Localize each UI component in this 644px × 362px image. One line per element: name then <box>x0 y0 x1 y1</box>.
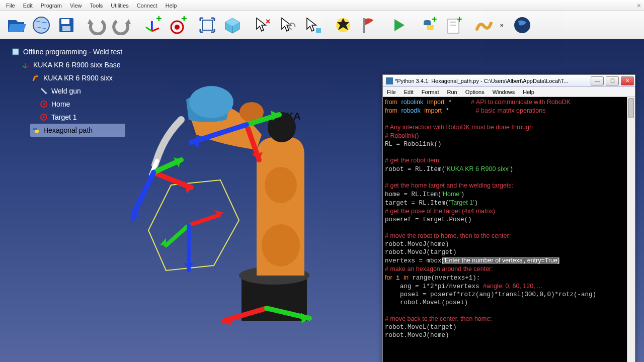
idle-title-text: *Python 3.4.1: Hexagonal_path.py - C:\Us… <box>395 78 568 84</box>
idle-window[interactable]: *Python 3.4.1: Hexagonal_path.py - C:\Us… <box>382 74 635 362</box>
worm-button[interactable] <box>472 13 496 37</box>
menu-connect[interactable]: Connect <box>133 2 162 10</box>
svg-rect-13 <box>316 28 321 33</box>
menu-help[interactable]: Help <box>162 2 181 10</box>
tree-item[interactable]: Home <box>38 98 125 111</box>
svg-point-36 <box>265 167 297 203</box>
tree-item-label: Home <box>51 100 70 108</box>
svg-text:×: × <box>266 17 270 26</box>
3d-viewport[interactable]: Offline programming - Weld test KUKA KR … <box>0 39 644 362</box>
svg-marker-60 <box>224 315 232 326</box>
idle-menu-edit[interactable]: Edit <box>400 88 418 96</box>
idle-maximize-button[interactable]: ☐ <box>606 76 619 85</box>
menu-utilities[interactable]: Utilities <box>107 2 132 10</box>
idle-menu-format[interactable]: Format <box>418 88 443 96</box>
collision-button[interactable] <box>331 13 355 37</box>
tree-item[interactable]: Weld gun <box>38 84 125 98</box>
tree-item-label: KUKA KR 6 R900 sixx <box>43 74 113 82</box>
tree-item[interactable]: KUKA KR 6 R900 sixx Base <box>20 58 125 71</box>
svg-point-9 <box>175 25 180 30</box>
tree-item-label: Target 1 <box>51 113 77 121</box>
svg-point-27 <box>45 92 47 94</box>
tree-item-label: Hexagonal path <box>43 126 93 134</box>
save-button[interactable] <box>54 13 78 37</box>
add-target-button[interactable]: + <box>165 13 189 37</box>
station-tree: Offline programming - Weld test KUKA KR … <box>10 45 125 137</box>
tree-item[interactable]: KUKA KR 6 R900 sixx <box>30 71 125 84</box>
svg-rect-63 <box>386 77 393 84</box>
open-button[interactable] <box>4 13 28 37</box>
svg-line-43 <box>166 225 189 245</box>
svg-point-35 <box>262 224 300 266</box>
idle-menu-help[interactable]: Help <box>519 88 538 96</box>
svg-point-29 <box>43 103 45 105</box>
select-frame-button[interactable] <box>301 13 325 37</box>
tree-root[interactable]: Offline programming - Weld test <box>10 45 125 58</box>
target-icon <box>39 113 48 122</box>
tree-item[interactable]: Hexagonal path <box>30 124 125 137</box>
tool-icon <box>39 86 48 96</box>
svg-marker-44 <box>160 238 166 245</box>
station-icon <box>11 47 20 56</box>
robot-illustration: KUKA <box>131 54 342 341</box>
undo-button[interactable] <box>85 13 109 37</box>
svg-point-31 <box>43 116 45 118</box>
svg-text:+: + <box>181 15 187 24</box>
menu-tools[interactable]: Tools <box>86 2 107 10</box>
svg-text:»: » <box>500 22 504 29</box>
tree-root-label: Offline programming - Weld test <box>23 48 122 56</box>
svg-rect-3 <box>62 26 70 31</box>
idle-scrollbar[interactable] <box>627 97 635 362</box>
tree-item-label: Weld gun <box>51 87 81 95</box>
window-close-icon[interactable]: × <box>637 2 641 10</box>
redo-button[interactable] <box>110 13 134 37</box>
python-icon <box>31 126 40 135</box>
svg-text:+: + <box>156 15 162 24</box>
svg-rect-2 <box>61 19 69 24</box>
expand-button[interactable]: » <box>497 13 509 37</box>
menu-file[interactable]: File <box>2 2 19 10</box>
idle-minimize-button[interactable]: — <box>591 76 604 85</box>
tree-item[interactable]: Target 1 <box>38 111 125 124</box>
select-move-button[interactable]: × <box>251 13 275 37</box>
menu-view[interactable]: View <box>66 2 86 10</box>
svg-point-0 <box>33 17 49 33</box>
menu-program[interactable]: Program <box>37 2 66 10</box>
svg-line-6 <box>146 27 152 31</box>
isometric-button[interactable] <box>220 13 245 37</box>
select-rotate-button[interactable] <box>276 13 300 37</box>
flag-button[interactable] <box>356 13 380 37</box>
idle-code-area[interactable]: from robolink import * # API to communic… <box>383 97 627 362</box>
robot-base-icon <box>21 60 30 69</box>
add-python-button[interactable]: + <box>417 13 441 37</box>
robot-icon <box>31 73 40 82</box>
idle-menu-options[interactable]: Options <box>461 88 489 96</box>
menu-edit[interactable]: Edit <box>19 2 37 10</box>
idle-close-button[interactable]: ✕ <box>621 76 634 85</box>
world-button[interactable] <box>29 13 53 37</box>
run-button[interactable] <box>386 13 411 37</box>
idle-menu-run[interactable]: Run <box>443 88 461 96</box>
svg-line-5 <box>152 28 159 31</box>
idle-menu-windows[interactable]: Windows <box>489 88 519 96</box>
svg-marker-46 <box>184 263 194 270</box>
fit-view-button[interactable] <box>195 13 219 37</box>
svg-point-40 <box>189 86 233 118</box>
svg-rect-23 <box>13 49 19 55</box>
svg-rect-15 <box>363 18 365 33</box>
target-icon <box>39 100 48 109</box>
python-icon <box>386 77 393 84</box>
idle-menu-file[interactable]: File <box>383 88 400 96</box>
add-program-button[interactable]: + <box>442 13 466 37</box>
idle-title-bar[interactable]: *Python 3.4.1: Hexagonal_path.py - C:\Us… <box>383 75 635 87</box>
main-toolbar: + + × + + » <box>0 11 644 39</box>
help-globe-button[interactable] <box>510 13 534 37</box>
svg-text:+: + <box>457 15 462 24</box>
idle-menu-bar: File Edit Format Run Options Windows Hel… <box>383 87 635 97</box>
scrollbar-thumb[interactable] <box>628 98 634 118</box>
svg-text:+: + <box>432 15 437 24</box>
svg-line-41 <box>189 215 219 225</box>
add-frame-button[interactable]: + <box>140 13 164 37</box>
tree-item-label: KUKA KR 6 R900 sixx Base <box>33 61 121 69</box>
app-menu-bar: File Edit Program View Tools Utilities C… <box>0 0 644 11</box>
